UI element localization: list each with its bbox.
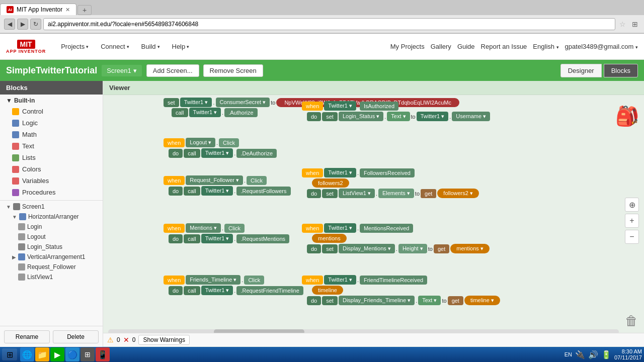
lists-label: Lists bbox=[22, 154, 36, 161]
tree-item-logout[interactable]: Logout bbox=[4, 232, 103, 242]
tree-item-login-status[interactable]: Login_Status bbox=[4, 242, 103, 252]
sidebar-item-control[interactable]: Control bbox=[0, 106, 103, 117]
error-count: 0 bbox=[132, 336, 136, 343]
blocks-button[interactable]: Blocks bbox=[604, 64, 638, 77]
sidebar-item-lists[interactable]: Lists bbox=[0, 152, 103, 163]
show-warnings-button[interactable]: Show Warnings bbox=[138, 335, 190, 345]
user-account[interactable]: gpatel3489@gmail.com ▾ bbox=[565, 43, 638, 50]
sidebar-item-colors[interactable]: Colors bbox=[0, 163, 103, 175]
zoom-out-button[interactable]: − bbox=[625, 230, 639, 244]
tree-item-listview1[interactable]: ListView1 bbox=[4, 272, 103, 282]
viewer-canvas[interactable]: set Twitter1 ▾ . ConsumerSecret ▾ to NpV… bbox=[103, 95, 644, 346]
tree-item-vertarrangement[interactable]: ▶ VerticalArrangement1 bbox=[4, 252, 103, 262]
consumersecret-block: ConsumerSecret ▾ bbox=[216, 98, 270, 107]
warning-count: 0 bbox=[117, 336, 120, 343]
reload-button[interactable]: ↻ bbox=[30, 19, 41, 30]
warnings-bar: ⚠ 0 ✕ 0 Show Warnings bbox=[103, 333, 644, 346]
math-label: Math bbox=[22, 131, 37, 138]
when-followers: when bbox=[302, 168, 323, 177]
zoom-fit-button[interactable]: ⊕ bbox=[625, 198, 639, 212]
expand-icon: ▼ bbox=[12, 214, 17, 220]
app-toolbar: SimpleTwitterTutorial Screen1 ▾ Add Scre… bbox=[0, 60, 644, 81]
nav-connect[interactable]: Connect ▾ bbox=[96, 40, 134, 53]
browser-tab[interactable]: AI MIT App Inventor ✕ bbox=[0, 4, 76, 15]
start-button[interactable]: ⊞ bbox=[2, 348, 17, 360]
when-followers-row: when Twitter1 ▾ . FollowersReceived bbox=[302, 168, 479, 177]
when-friendtimeline: when bbox=[302, 276, 323, 285]
my-projects-link[interactable]: My Projects bbox=[390, 43, 425, 50]
back-button[interactable]: ◀ bbox=[4, 19, 15, 30]
taskbar-app-icon[interactable]: 📱 bbox=[96, 347, 110, 361]
click-mentions: Click bbox=[224, 224, 245, 233]
guide-link[interactable]: Guide bbox=[457, 43, 475, 50]
twitter1-deauth: Twitter1 ▾ bbox=[201, 148, 233, 158]
username-block: Username ▾ bbox=[452, 112, 490, 121]
mit-logo-box: MIT bbox=[17, 40, 35, 49]
backpack-icon: 🎒 bbox=[615, 105, 639, 127]
sidebar-item-text[interactable]: Text bbox=[0, 140, 103, 152]
taskbar-ie-icon[interactable]: 🌐 bbox=[20, 347, 34, 361]
taskbar-right: EN 🔌 🔊 🔋 8:30 AM 07/11/2017 bbox=[565, 348, 642, 360]
get-timeline: get bbox=[448, 296, 463, 305]
taskbar-terminal-icon[interactable]: ⊞ bbox=[80, 347, 95, 361]
taskbar-chrome-icon[interactable]: 🔵 bbox=[65, 347, 79, 361]
taskbar-media-icon[interactable]: ▶ bbox=[50, 347, 64, 361]
extensions-icon[interactable]: ⊞ bbox=[630, 20, 640, 28]
new-tab-button[interactable]: + bbox=[77, 5, 92, 15]
label-icon bbox=[18, 223, 25, 230]
browser-tab-bar: AI MIT App Inventor ✕ + bbox=[0, 0, 644, 15]
sidebar-item-procedures[interactable]: Procedures bbox=[0, 187, 103, 198]
remove-screen-button[interactable]: Remove Screen bbox=[203, 64, 263, 77]
backpack[interactable]: 🎒 bbox=[615, 105, 639, 127]
sidebar-item-math[interactable]: Math bbox=[0, 129, 103, 140]
set-timeline: set bbox=[322, 296, 338, 305]
gallery-link[interactable]: Gallery bbox=[431, 43, 451, 50]
screen-selector[interactable]: Screen1 ▾ bbox=[101, 64, 142, 77]
delete-button[interactable]: Delete bbox=[53, 330, 99, 343]
friendtimelinereceived-block: FriendTimelineReceived bbox=[360, 276, 427, 285]
do-followers: do bbox=[307, 189, 321, 198]
url-bar[interactable] bbox=[43, 18, 615, 30]
varr-icon bbox=[18, 253, 25, 260]
report-issue-link[interactable]: Report an Issue bbox=[481, 43, 527, 50]
bookmark-icon[interactable]: ☆ bbox=[617, 20, 628, 28]
screen-tree: ▼ Screen1 ▼ HorizontalArranger Login Log… bbox=[0, 202, 103, 282]
listview1-block: ListView1 ▾ bbox=[339, 189, 375, 198]
do-block: do bbox=[307, 112, 321, 121]
warning-triangle-icon: ⚠ bbox=[107, 336, 114, 344]
builtin-label[interactable]: ▼ Built-in bbox=[0, 96, 103, 106]
taskbar-battery-icon: 🔋 bbox=[601, 350, 611, 359]
add-screen-button[interactable]: Add Screen... bbox=[146, 64, 199, 77]
logic-dot bbox=[12, 120, 19, 127]
rename-button[interactable]: Rename bbox=[4, 330, 50, 343]
language-selector[interactable]: English ▾ bbox=[533, 43, 558, 50]
taskbar-folder-icon[interactable]: 📁 bbox=[35, 347, 49, 361]
click-block: Click bbox=[219, 138, 239, 147]
mentions-pill: mentions bbox=[312, 234, 347, 243]
sidebar-item-logic[interactable]: Logic bbox=[0, 117, 103, 129]
tree-item-request-follower[interactable]: Request_Follower bbox=[4, 262, 103, 272]
nav-help[interactable]: Help ▾ bbox=[167, 40, 195, 53]
tree-item-screen1[interactable]: ▼ Screen1 bbox=[4, 202, 103, 212]
do-timeline-row: do set Display_Friends_Timeline ▾ . Text… bbox=[307, 296, 500, 305]
chevron-down-icon: ▾ bbox=[157, 44, 160, 49]
tree-item-horizontalarrangement[interactable]: ▼ HorizontalArranger bbox=[4, 212, 103, 222]
nav-build[interactable]: Build ▾ bbox=[136, 40, 165, 53]
sidebar-scroll[interactable]: ▼ Built-in Control Logic Math Text bbox=[0, 95, 103, 326]
nav-projects[interactable]: Projects ▾ bbox=[56, 40, 94, 53]
tab-close-button[interactable]: ✕ bbox=[65, 7, 70, 13]
designer-button[interactable]: Designer bbox=[560, 64, 602, 77]
expand-icon: ▼ bbox=[6, 204, 11, 210]
set-followers: set bbox=[322, 189, 338, 198]
zoom-in-button[interactable]: + bbox=[625, 214, 639, 228]
call-keyword: call bbox=[172, 108, 188, 117]
toolbar-right: Designer Blocks bbox=[560, 64, 638, 77]
block-group-mentions: when Twitter1 ▾ . MentionsReceived menti… bbox=[302, 223, 490, 253]
forward-button[interactable]: ▶ bbox=[17, 19, 28, 30]
isauthorized-block: IsAuthorized bbox=[360, 102, 398, 111]
sidebar-item-variables[interactable]: Variables bbox=[0, 175, 103, 187]
call-logout: call bbox=[184, 149, 200, 158]
tree-item-login[interactable]: Login bbox=[4, 222, 103, 232]
math-dot bbox=[12, 131, 19, 138]
trash-icon[interactable]: 🗑 bbox=[625, 313, 638, 329]
